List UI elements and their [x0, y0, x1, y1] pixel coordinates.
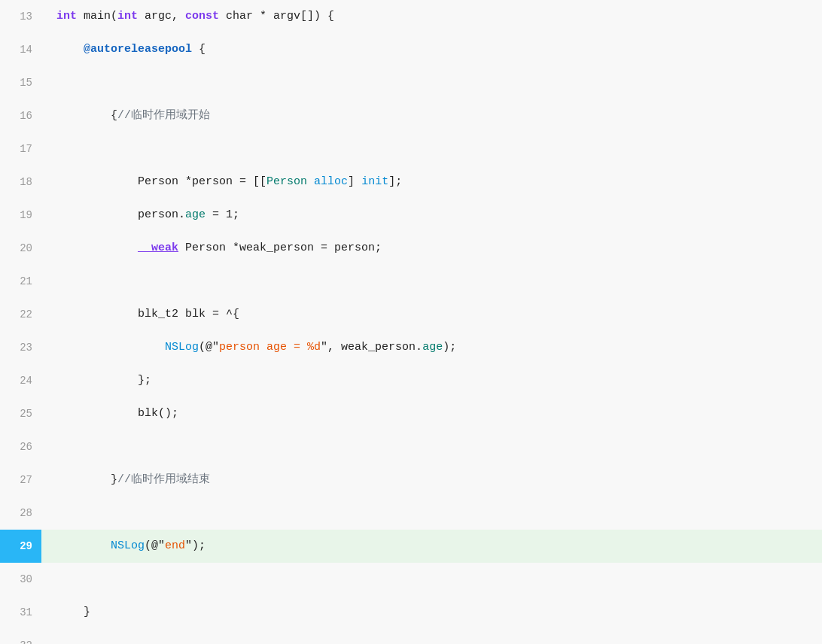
line-number: 22: [0, 298, 41, 331]
line-content: person.age = 1;: [41, 206, 239, 224]
line-number: 24: [0, 364, 41, 397]
code-line: 24 };: [0, 364, 822, 397]
code-line: 16 {//临时作用域开始: [0, 99, 822, 132]
line-content: int main(int argc, const char * argv[]) …: [41, 8, 334, 26]
line-number: 21: [0, 265, 41, 298]
line-number: 28: [0, 497, 41, 530]
code-line: 21: [0, 265, 822, 298]
code-line: 26: [0, 430, 822, 463]
line-number: 13: [0, 0, 41, 33]
line-number: 15: [0, 66, 41, 99]
line-content: __weak Person *weak_person = person;: [41, 239, 382, 257]
code-line: 22 blk_t2 blk = ^{: [0, 298, 822, 331]
code-line: 28: [0, 497, 822, 530]
line-number: 25: [0, 397, 41, 430]
line-content: NSLog(@"end");: [41, 537, 206, 555]
code-line: 25 blk();: [0, 397, 822, 430]
code-line: 15: [0, 66, 822, 99]
line-number: 16: [0, 99, 41, 132]
code-line: 18 Person *person = [[Person alloc] init…: [0, 166, 822, 199]
line-number: 29: [0, 530, 41, 563]
line-content: {//临时作用域开始: [41, 107, 210, 125]
code-line: 31 }: [0, 596, 822, 629]
line-content: }: [41, 603, 90, 621]
code-line: 29 NSLog(@"end");: [0, 530, 822, 563]
line-number: 18: [0, 166, 41, 199]
line-content: Person *person = [[Person alloc] init];: [41, 173, 402, 191]
line-number: 26: [0, 430, 41, 463]
code-line: 27 }//临时作用域结束: [0, 463, 822, 497]
line-content: blk_t2 blk = ^{: [41, 305, 239, 324]
code-line: 20 __weak Person *weak_person = person;: [0, 232, 822, 265]
code-line: 23 NSLog(@"person age = %d", weak_person…: [0, 331, 822, 364]
line-number: 17: [0, 132, 41, 166]
line-content: blk();: [41, 405, 178, 423]
line-number: 14: [0, 33, 41, 66]
code-line: 32: [0, 629, 822, 644]
line-number: 20: [0, 232, 41, 265]
line-number: 23: [0, 331, 41, 364]
line-content: NSLog(@"person age = %d", weak_person.ag…: [41, 339, 456, 357]
line-number: 30: [0, 563, 41, 596]
code-line: 13int main(int argc, const char * argv[]…: [0, 0, 822, 33]
line-number: 27: [0, 463, 41, 497]
code-line: 19 person.age = 1;: [0, 199, 822, 232]
code-container: 13int main(int argc, const char * argv[]…: [0, 0, 822, 644]
line-number: 19: [0, 199, 41, 232]
code-line: 14 @autoreleasepool {: [0, 33, 822, 66]
code-line: 30: [0, 563, 822, 596]
code-line: 17: [0, 132, 822, 166]
line-number: 31: [0, 596, 41, 629]
line-number: 32: [0, 629, 41, 644]
line-content: @autoreleasepool {: [41, 41, 206, 59]
line-content: };: [41, 372, 151, 390]
line-content: }//临时作用域结束: [41, 471, 210, 489]
